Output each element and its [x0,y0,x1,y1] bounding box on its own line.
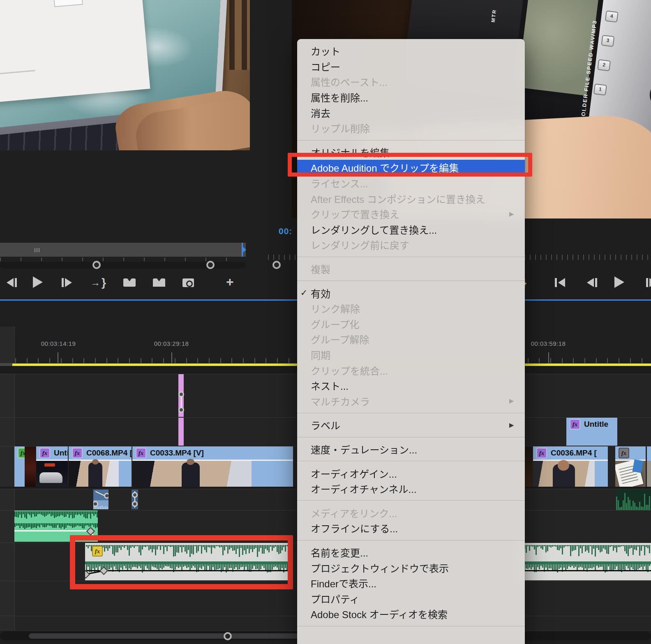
clip-v1-3[interactable]: fxC0068.MP4 [V] [69,446,132,487]
waveform-bar [92,511,93,514]
clip-a3-selected-right[interactable] [521,543,651,580]
clip-v1-6[interactable]: fxC0036.MP4 [ [533,446,608,487]
menu-item-24[interactable]: マルチカメラ ▶ [297,393,525,409]
waveform-bar [78,511,80,514]
menu-item-0[interactable]: カット [297,43,525,59]
menu-item-20[interactable]: グループ解除 [297,331,525,347]
menu-item-10[interactable]: After Effects コンポジションに置き換え [297,191,525,206]
program-zoom-handle[interactable] [272,261,281,269]
clip-v1-8-sliver[interactable] [647,446,651,487]
menu-item-22[interactable]: クリップを統合... [297,362,525,378]
clip-v1-2[interactable]: fxUntit [36,446,68,487]
fade-handle[interactable] [104,493,108,499]
menu-item-1[interactable]: コピー [297,59,525,74]
export-frame-button[interactable] [182,278,194,287]
menu-item-19[interactable]: グループ化 [297,316,525,332]
play-button[interactable] [33,276,43,288]
fade-handle[interactable] [178,391,184,397]
fx-badge[interactable]: fx [619,448,629,458]
step-back-button[interactable] [7,278,17,287]
step-back-button-program[interactable] [587,278,597,287]
play-button-program[interactable] [614,276,624,288]
clip-a1-right-green[interactable] [616,489,651,510]
play-in-to-out-button[interactable]: →} [90,276,106,289]
menu-item-12[interactable]: レンダリングして置き換え... [297,222,525,237]
waveform-bar [573,545,575,550]
waveform-bar [550,564,552,568]
waveform-bar [613,564,614,570]
insert-button[interactable] [123,278,136,287]
menu-separator [297,409,525,417]
menu-item-37[interactable]: プロジェクトウィンドウで表示 [297,560,525,575]
menu-item-15[interactable]: 複製 [297,261,525,277]
fade-handle[interactable] [178,407,184,413]
step-forward-button[interactable] [62,278,72,287]
menu-item-31[interactable]: オーディオチャンネル... [297,481,525,497]
clip-v1-1[interactable]: fx [14,446,36,487]
clip-a1-1[interactable] [93,490,108,509]
menu-item-2[interactable]: 属性のペースト... [297,74,525,90]
menu-item-9[interactable]: ライセンス... [297,175,525,191]
fx-badge[interactable]: fx [136,448,146,458]
waveform-bar [563,564,565,568]
menu-item-39[interactable]: プロパティ [297,591,525,606]
fade-handle[interactable] [132,492,138,498]
clip-a1-2[interactable] [132,490,138,509]
menu-item-34[interactable]: オフラインにする... [297,520,525,536]
waveform-bar [51,523,52,526]
fx-badge[interactable]: fx [570,419,580,430]
menu-item-11[interactable]: クリップで置き換え ▶ [297,206,525,222]
waveform-bar [55,523,57,528]
menu-item-13[interactable]: レンダリング前に戻す [297,237,525,253]
waveform-bar [14,523,16,527]
menu-item-label: レンダリングして置き換え... [311,222,509,237]
menu-item-3[interactable]: 属性を削除... [297,90,525,105]
source-scrubber[interactable] [0,243,246,257]
menu-item-18[interactable]: リンク解除 [297,301,525,316]
waveform-bar [555,545,556,547]
menu-item-28[interactable]: 速度・デュレーション... [297,442,525,457]
waveform-bar [64,523,65,529]
waveform-bar [539,545,540,546]
menu-item-21[interactable]: 同期 [297,347,525,363]
annotation-box-audio-clip [70,535,293,589]
waveform-bar [647,505,649,510]
waveform-bar [633,501,634,510]
menu-item-23[interactable]: ネスト... [297,378,525,393]
menu-item-40[interactable]: Adobe Stock オーディオを検索 [297,606,525,622]
clip-v1-4[interactable]: fxC0033.MP4 [V] [132,446,293,487]
zoom-handle-left[interactable] [92,261,101,269]
menu-item-36[interactable]: 名前を変更... [297,545,525,560]
title-clip-v3[interactable] [178,374,184,417]
menu-item-label: 同期 [311,347,509,362]
waveform-bar [97,511,98,518]
menu-item-26[interactable]: ラベル ▶ [297,417,525,433]
fx-badge[interactable]: fx [72,448,83,458]
zoom-handle-right[interactable] [206,261,215,269]
step-forward-partial[interactable] [646,278,651,287]
menu-item-4[interactable]: 消去 [297,105,525,120]
waveform-bar [623,545,624,546]
button-editor-plus[interactable]: + [226,274,234,290]
waveform-bar [88,511,90,514]
source-zoom-bar[interactable] [0,262,246,269]
menu-item-38[interactable]: Finderで表示... [297,575,525,591]
waveform-bar [16,511,17,517]
menu-item-33[interactable]: メディアをリンク... [297,505,525,520]
menu-item-30[interactable]: オーディオゲイン... [297,465,525,481]
clip-v2-untitle[interactable]: fxUntitle [566,418,617,446]
scrollbar-zoom-handle[interactable] [224,632,232,640]
waveform-bar [67,511,68,514]
menu-item-17[interactable]: ✓ 有効 [297,285,525,301]
go-to-in-button[interactable] [555,278,565,287]
menu-item-label: 速度・デュレーション... [311,442,509,456]
menu-item-5[interactable]: リップル削除 [297,120,525,136]
fx-badge[interactable]: fx [39,448,50,458]
fade-handle[interactable] [132,501,138,507]
waveform-bar [644,564,645,566]
clip-v1-7[interactable]: fx [615,446,646,487]
waveform-bar [97,523,98,527]
fx-badge[interactable]: fx [536,448,547,458]
title-clip-v2[interactable] [178,418,184,446]
overwrite-button[interactable] [153,278,165,287]
